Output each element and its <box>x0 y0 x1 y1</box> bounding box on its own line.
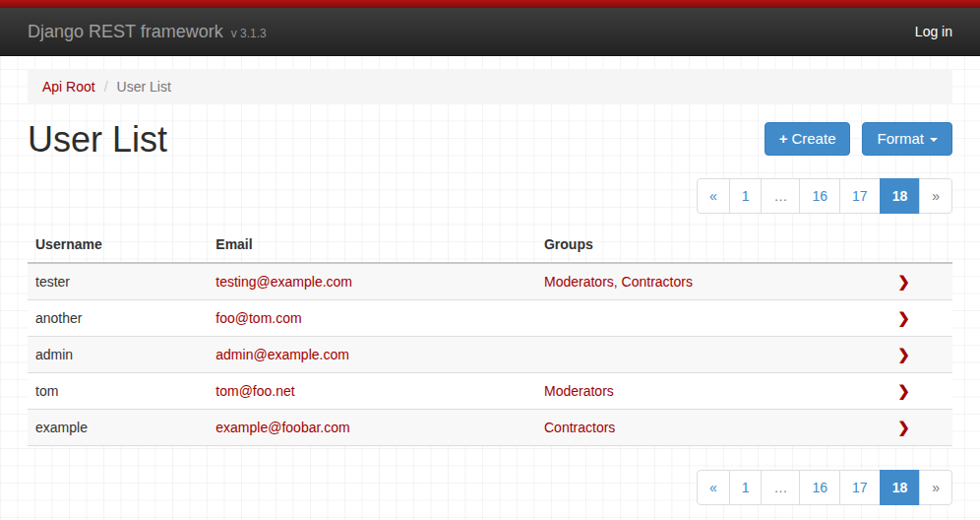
cell-groups <box>536 337 855 373</box>
brand-version: v 3.1.3 <box>231 27 267 40</box>
page-title: User List <box>28 119 167 160</box>
groups-link[interactable]: Contractors <box>544 420 615 435</box>
pagination-item: 18 <box>881 178 921 214</box>
pagination-top-row: «1…161718» <box>28 178 952 214</box>
table-row: exampleexample@foobar.comContractors❯ <box>28 410 952 446</box>
table-row: testertesting@example.comModerators, Con… <box>28 263 952 300</box>
create-button-label: Create <box>791 130 835 147</box>
cell-email: tom@foo.net <box>208 373 536 410</box>
row-detail-chevron-icon[interactable]: ❯ <box>897 309 910 326</box>
table-row: adminadmin@example.com❯ <box>28 337 952 373</box>
caret-down-icon <box>930 138 938 142</box>
email-link[interactable]: admin@example.com <box>215 347 349 362</box>
pagination-page-18[interactable]: 18 <box>880 470 921 505</box>
pagination-page-17[interactable]: 17 <box>839 178 881 214</box>
format-button[interactable]: Format <box>862 122 952 156</box>
pagination-page-1[interactable]: 1 <box>729 470 763 505</box>
pagination-bottom: «1…161718» <box>697 470 952 505</box>
top-red-stripe <box>0 0 980 8</box>
plus-icon: + <box>779 130 788 147</box>
cell-detail: ❯ <box>855 337 952 373</box>
cell-groups <box>536 300 855 337</box>
navbar: Django REST framework v 3.1.3 Log in <box>0 8 980 56</box>
page-header: User List +Create Format <box>28 119 952 163</box>
pagination-prev[interactable]: « <box>697 178 730 214</box>
login-link[interactable]: Log in <box>915 24 952 39</box>
pagination-item: 16 <box>800 470 840 505</box>
user-table: Username Email Groups testertesting@exam… <box>28 227 952 446</box>
toolbar: +Create Format <box>765 119 952 156</box>
email-link[interactable]: example@foobar.com <box>215 420 349 435</box>
brand-title: Django REST framework <box>28 22 223 41</box>
pagination-item: 17 <box>840 178 881 214</box>
pagination-next: » <box>919 470 952 505</box>
cell-groups: Moderators <box>536 373 855 410</box>
breadcrumb-api-root-link[interactable]: Api Root <box>42 79 95 95</box>
groups-link[interactable]: Moderators <box>544 383 614 399</box>
row-detail-chevron-icon[interactable]: ❯ <box>897 382 910 399</box>
pagination-item: » <box>920 470 952 505</box>
pagination-page-16[interactable]: 16 <box>799 470 840 505</box>
cell-username: tom <box>28 373 208 410</box>
pagination-item: 1 <box>730 470 763 505</box>
create-button[interactable]: +Create <box>765 122 851 156</box>
cell-username: another <box>28 300 208 337</box>
cell-email: foo@tom.com <box>208 300 536 337</box>
cell-username: example <box>28 410 208 446</box>
pagination-item: 18 <box>881 470 921 505</box>
table-row: tomtom@foo.netModerators❯ <box>28 373 952 410</box>
row-detail-chevron-icon[interactable]: ❯ <box>897 346 910 362</box>
pagination-item: 16 <box>800 178 840 214</box>
cell-username: tester <box>28 263 208 300</box>
cell-groups: Moderators, Contractors <box>536 263 855 300</box>
pagination-item: … <box>762 470 800 505</box>
pagination-page-1[interactable]: 1 <box>729 178 763 214</box>
row-detail-chevron-icon[interactable]: ❯ <box>897 419 910 435</box>
format-button-label: Format <box>877 130 924 147</box>
pagination-next: » <box>919 178 952 214</box>
pagination-ellipsis: … <box>761 470 800 505</box>
breadcrumb: Api Root / User List <box>28 69 952 104</box>
cell-detail: ❯ <box>855 300 952 337</box>
header-detail <box>855 227 952 263</box>
cell-email: testing@example.com <box>208 263 536 300</box>
cell-detail: ❯ <box>855 263 952 300</box>
pagination-item: « <box>697 178 730 214</box>
groups-link[interactable]: Moderators, Contractors <box>544 274 693 290</box>
pagination-top: «1…161718» <box>697 178 952 214</box>
cell-detail: ❯ <box>855 373 952 410</box>
cell-username: admin <box>28 337 208 373</box>
pagination-ellipsis: … <box>761 178 800 214</box>
cell-email: admin@example.com <box>208 337 536 373</box>
email-link[interactable]: testing@example.com <box>215 274 352 290</box>
cell-detail: ❯ <box>855 410 952 446</box>
table-header: Username Email Groups <box>28 227 952 263</box>
cell-groups: Contractors <box>536 410 855 446</box>
pagination-page-16[interactable]: 16 <box>799 178 840 214</box>
header-email: Email <box>208 227 536 263</box>
pagination-prev[interactable]: « <box>697 470 730 505</box>
breadcrumb-current: User List <box>117 79 171 95</box>
pagination-bottom-row: «1…161718» <box>28 470 952 505</box>
page-background: { "navbar": { "brand": "Django REST fram… <box>0 0 980 520</box>
breadcrumb-separator: / <box>104 79 108 95</box>
pagination-item: 1 <box>730 178 763 214</box>
email-link[interactable]: tom@foo.net <box>215 383 294 399</box>
email-link[interactable]: foo@tom.com <box>215 310 301 326</box>
table-body: testertesting@example.comModerators, Con… <box>28 263 952 446</box>
pagination-item: … <box>762 178 800 214</box>
pagination-item: » <box>920 178 952 214</box>
header-groups: Groups <box>536 227 855 263</box>
table-row: anotherfoo@tom.com❯ <box>28 300 952 337</box>
cell-email: example@foobar.com <box>208 410 536 446</box>
row-detail-chevron-icon[interactable]: ❯ <box>897 273 910 290</box>
pagination-item: « <box>697 470 730 505</box>
pagination-item: 17 <box>840 470 881 505</box>
pagination-page-18[interactable]: 18 <box>880 178 921 214</box>
pagination-page-17[interactable]: 17 <box>839 470 881 505</box>
header-username: Username <box>28 227 208 263</box>
brand-link[interactable]: Django REST framework v 3.1.3 <box>28 22 267 42</box>
